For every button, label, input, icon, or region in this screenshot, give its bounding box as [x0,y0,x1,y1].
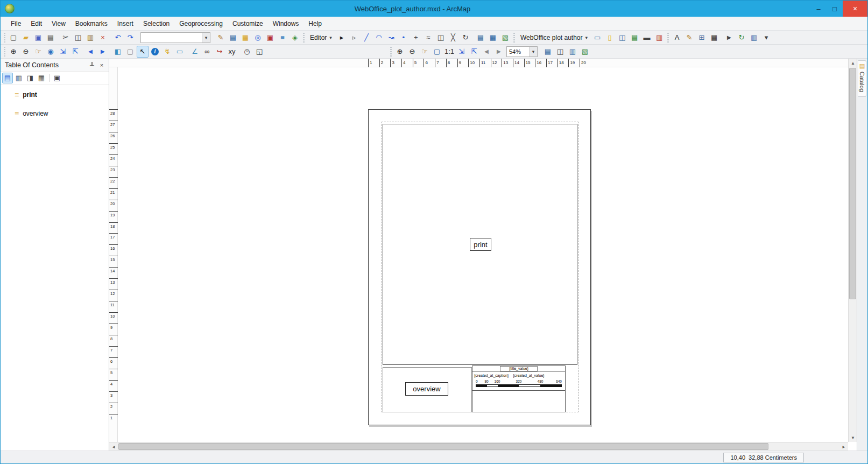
fixed-zoom-out-icon[interactable]: ⇱ [69,46,81,58]
layout-zoom-whole-page-icon[interactable]: ▢ [431,46,443,58]
find-icon[interactable]: ∞ [201,46,213,58]
attributes-window-icon[interactable]: ▤ [475,32,486,44]
north-arrow-icon[interactable]: ► [723,32,735,44]
clear-selection-icon[interactable]: ▢ [124,46,136,58]
arctoolbox-icon[interactable]: ▣ [264,32,276,44]
toolbar-grip[interactable] [513,33,515,43]
select-features-icon[interactable]: ◧ [112,46,124,58]
menu-item-selection[interactable]: Selection [138,18,174,30]
vertical-scrollbar[interactable]: ▲ ▼ [848,59,857,442]
cut-icon[interactable]: ✂ [60,32,72,44]
scroll-down-icon[interactable]: ▼ [849,433,857,442]
reshape-feature-icon[interactable]: ≈ [422,32,434,44]
pin-icon[interactable]: ╨ [87,60,97,70]
sketch-properties-icon[interactable]: ▦ [487,32,499,44]
find-route-icon[interactable]: ↪ [214,46,225,58]
list-by-visibility-icon[interactable]: ◨ [25,73,36,83]
overview-data-frame[interactable]: overview [405,382,448,396]
layout-pan-icon[interactable]: ☞ [419,46,431,58]
toggle-draft-mode-icon[interactable]: ▤ [542,46,554,58]
scroll-left-icon[interactable]: ◄ [109,442,118,451]
fixed-zoom-in-icon[interactable]: ⇲ [57,46,69,58]
catalog-window-icon[interactable]: ▦ [239,32,251,44]
toc-layer-print[interactable]: ≡print [15,89,109,100]
layout-page[interactable]: print overview {title_value} {created_at… [368,109,591,425]
viewer-window-icon[interactable]: ◱ [253,46,265,58]
endpoint-arc-icon[interactable]: ◠ [373,32,385,44]
map-scale-combo[interactable]: ▾ [140,32,210,43]
layout-fixed-zoom-out-icon[interactable]: ⇱ [468,46,480,58]
menu-item-edit[interactable]: Edit [26,18,47,30]
paste-icon[interactable]: ▥ [84,32,96,44]
rotate-tool-icon[interactable]: ↻ [460,32,471,44]
copy-icon[interactable]: ◫ [72,32,84,44]
dropdown-arrow-icon[interactable]: ▾ [529,47,537,57]
close-icon[interactable]: × [97,60,107,70]
plot-overview-icon[interactable]: ◫ [616,32,628,44]
print-frame-label[interactable]: print [470,238,491,251]
toolbar-grip[interactable] [667,33,669,43]
html-popup-icon[interactable]: ▭ [174,46,186,58]
dropdown-arrow-icon[interactable]: ▾ [202,33,210,43]
point-tool-icon[interactable]: • [398,32,410,44]
toolbar-grip[interactable] [390,47,392,57]
weboffice-plot-author-menu-button[interactable]: WebOffice plot author▾ [517,32,591,44]
layout-zoom-100-icon[interactable]: 1:1 [443,46,455,58]
list-by-selection-icon[interactable]: ▦ [36,73,47,83]
model-builder-icon[interactable]: ◈ [289,32,301,44]
cut-polygons-icon[interactable]: ◫ [435,32,447,44]
toc-options-icon[interactable]: ▣ [52,73,62,83]
hyperlink-icon[interactable]: ↯ [161,46,173,58]
menu-item-customize[interactable]: Customize [228,18,268,30]
vertical-scrollbar-thumb[interactable] [849,68,856,299]
undo-icon[interactable]: ↶ [112,32,124,44]
horizontal-scrollbar[interactable]: ◄ ► [109,442,848,451]
maximize-button[interactable]: □ [827,1,843,17]
layout-fixed-zoom-in-icon[interactable]: ⇲ [456,46,468,58]
select-elements-icon[interactable]: ↖ [137,46,149,58]
data-driven-pages-icon[interactable]: ▧ [579,46,591,58]
plot-page-icon[interactable]: ▯ [604,32,616,44]
menu-item-file[interactable]: File [6,18,26,30]
page-layout-icon[interactable]: ▥ [748,32,760,44]
refresh-view-icon[interactable]: ↻ [736,32,747,44]
layout-view-canvas[interactable]: 1234567891011121314151617181920 28272625… [109,59,857,451]
next-extent-icon[interactable]: ► [97,46,109,58]
save-icon[interactable]: ▣ [32,32,44,44]
table-of-contents-window-icon[interactable]: ▤ [227,32,239,44]
full-extent-icon[interactable]: ◉ [45,46,57,58]
editor-menu-button[interactable]: Editor▾ [307,32,335,44]
straight-segment-icon[interactable]: ╱ [361,32,372,44]
pan-icon[interactable]: ☞ [32,46,44,58]
time-slider-icon[interactable]: ◷ [241,46,253,58]
measure-icon[interactable]: ∠ [189,46,201,58]
zoom-in-icon[interactable]: ⊕ [8,46,19,58]
layout-zoom-out-icon[interactable]: ⊖ [406,46,418,58]
open-folder-icon[interactable]: ▰ [20,32,32,44]
trace-tool-icon[interactable]: ↝ [385,32,397,44]
toolbar-overflow-chevron-icon[interactable]: ▾ [760,32,772,44]
identify-icon[interactable]: i [149,46,161,58]
toc-layer-overview[interactable]: ≡overview [15,108,109,119]
toolbar-grip[interactable] [4,47,5,57]
layout-zoom-in-icon[interactable]: ⊕ [394,46,406,58]
horizontal-scrollbar-thumb[interactable] [118,443,768,450]
menu-item-geoprocessing[interactable]: Geoprocessing [174,18,228,30]
plot-export-icon[interactable]: ▥ [653,32,665,44]
menu-item-insert[interactable]: Insert [112,18,138,30]
search-window-icon[interactable]: ◎ [252,32,264,44]
title-bar[interactable]: WebOffice_plot_author.mxd - ArcMap – □ × [1,1,867,17]
plot-scalebar-icon[interactable]: ▬ [641,32,653,44]
delete-icon[interactable]: × [97,32,109,44]
scroll-right-icon[interactable]: ► [839,442,848,451]
toolbar-grip[interactable] [4,33,5,43]
close-button[interactable]: × [843,1,867,17]
layout-zoom-percent-combo[interactable]: 54%▾ [506,46,538,57]
scroll-up-icon[interactable]: ▲ [849,59,857,67]
list-by-source-icon[interactable]: ▥ [13,73,24,83]
go-to-xy-icon[interactable]: xy [226,46,238,58]
previous-extent-icon[interactable]: ◄ [84,46,96,58]
layout-back-extent-icon[interactable]: ◄ [481,46,492,58]
catalog-tab[interactable]: ▤ Catalog [858,60,866,97]
plot-legend-icon[interactable]: ▤ [629,32,640,44]
